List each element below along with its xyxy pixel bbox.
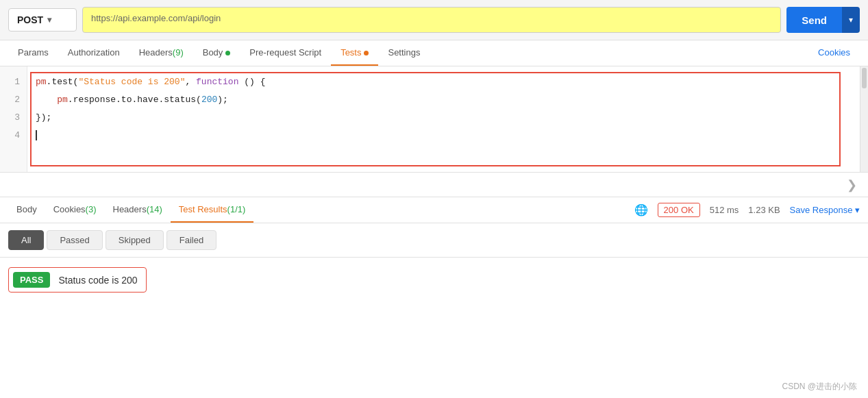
response-meta: 🌐 200 OK 512 ms 1.23 KB Save Response ▾ — [634, 203, 860, 217]
save-response-button[interactable]: Save Response ▾ — [790, 205, 860, 215]
editor-scrollbar[interactable] — [860, 66, 868, 172]
footer: CSDN @进击的小陈 — [782, 381, 857, 393]
code-editor-container: 1 2 3 4 pm.test("Status code is 200", fu… — [0, 66, 868, 173]
test-name: Status code is 200 — [58, 275, 137, 286]
response-tab-headers[interactable]: Headers(14) — [105, 197, 171, 223]
filter-skipped[interactable]: Skipped — [106, 230, 164, 250]
footer-text: CSDN @进击的小陈 — [782, 382, 857, 391]
response-tabs: Body Cookies(3) Headers(14) Test Results… — [0, 197, 868, 223]
tab-authorization[interactable]: Authorization — [58, 40, 129, 66]
filter-tabs: All Passed Skipped Failed — [0, 223, 868, 258]
cookies-link[interactable]: Cookies — [808, 40, 860, 66]
globe-icon: 🌐 — [634, 203, 648, 216]
method-chevron: ▾ — [47, 15, 51, 25]
response-tab-cookies[interactable]: Cookies(3) — [45, 197, 105, 223]
send-group: Send ▾ — [786, 7, 860, 33]
method-label: POST — [17, 14, 43, 25]
resp-headers-count: (14) — [147, 204, 162, 214]
tab-settings[interactable]: Settings — [378, 40, 430, 66]
panel-divider: ❯ — [0, 173, 868, 197]
method-select[interactable]: POST ▾ — [8, 8, 77, 32]
response-time: 512 ms — [710, 205, 739, 215]
response-tab-testresults[interactable]: Test Results(1/1) — [171, 197, 254, 223]
filter-failed[interactable]: Failed — [166, 230, 216, 250]
body-dot — [225, 51, 230, 55]
tab-tests[interactable]: Tests — [331, 40, 378, 66]
cookies-count: (3) — [86, 204, 97, 214]
tab-body[interactable]: Body — [193, 40, 240, 66]
line-numbers: 1 2 3 4 — [0, 66, 27, 172]
tab-headers[interactable]: Headers(9) — [129, 40, 193, 66]
test-results-area: PASS Status code is 200 — [0, 258, 868, 302]
test-results-count: (1/1) — [227, 204, 246, 214]
test-result-row: PASS Status code is 200 — [8, 267, 147, 293]
nav-tabs: Params Authorization Headers(9) Body Pre… — [0, 40, 868, 66]
tests-dot — [364, 51, 369, 55]
response-tab-body[interactable]: Body — [8, 197, 45, 223]
headers-count: (9) — [173, 47, 184, 58]
collapse-icon[interactable]: ❯ — [847, 177, 857, 192]
send-button[interactable]: Send — [786, 7, 842, 33]
filter-passed[interactable]: Passed — [47, 230, 102, 250]
tab-prerequest[interactable]: Pre-request Script — [240, 40, 331, 66]
status-badge: 200 OK — [658, 203, 700, 217]
send-dropdown-button[interactable]: ▾ — [842, 7, 860, 33]
scrollbar-thumb[interactable] — [862, 68, 867, 88]
code-content[interactable]: pm.test("Status code is 200", function (… — [27, 66, 868, 172]
top-bar: POST ▾ https://api.example.com/api/login… — [0, 0, 868, 40]
filter-all[interactable]: All — [8, 230, 44, 250]
url-input[interactable]: https://api.example.com/api/login — [82, 7, 781, 33]
code-editor[interactable]: 1 2 3 4 pm.test("Status code is 200", fu… — [0, 66, 868, 172]
tab-params[interactable]: Params — [8, 40, 58, 66]
response-size: 1.23 KB — [748, 205, 780, 215]
pass-badge: PASS — [13, 272, 50, 288]
